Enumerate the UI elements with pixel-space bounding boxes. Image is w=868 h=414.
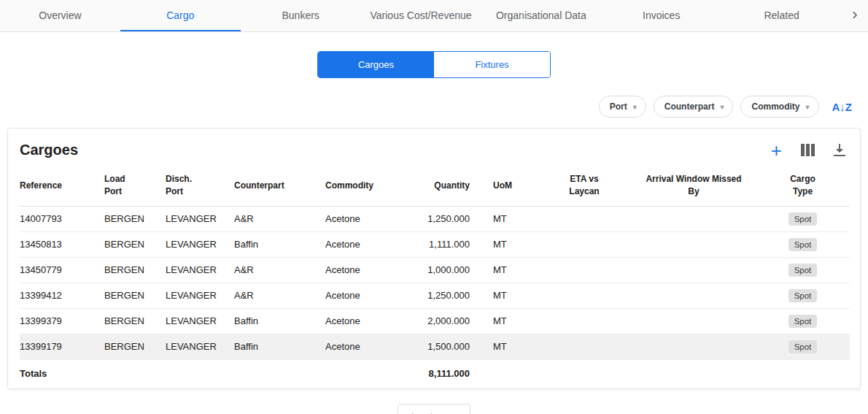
cargo-type-badge: Spot <box>788 238 818 251</box>
cell-uom: MT <box>493 257 544 283</box>
table-row[interactable]: 13399179 BERGEN LEVANGER Baffin Acetone … <box>20 334 850 359</box>
col-arrival-window-missed-by: Arrival Window MissedBy <box>632 166 763 206</box>
cell-load-port: BERGEN <box>104 257 166 283</box>
col-load-port: LoadPort <box>104 166 166 206</box>
cell-arrival-window-missed-by <box>632 334 763 359</box>
filter-chip-counterpart[interactable]: Counterpart ▾ <box>654 96 734 118</box>
cell-eta-vs-laycan <box>544 283 632 308</box>
add-cargo-icon[interactable]: + <box>771 143 782 158</box>
filter-chip-counterpart-label: Counterpart <box>664 101 715 112</box>
cell-commodity: Acetone <box>325 334 413 359</box>
col-commodity: Commodity <box>325 166 413 206</box>
cell-cargo-type: Spot <box>763 231 850 257</box>
toggle-cargoes-button[interactable]: Cargoes <box>318 52 434 77</box>
col-counterpart: Counterpart <box>234 166 325 206</box>
cell-arrival-window-missed-by <box>632 308 763 334</box>
cell-reference: 13399379 <box>20 308 104 334</box>
cell-uom: MT <box>493 206 544 231</box>
download-icon[interactable] <box>834 144 845 156</box>
col-disch-port: Disch.Port <box>166 166 234 206</box>
cell-counterpart: Baffin <box>234 334 325 359</box>
cell-cargo-type: Spot <box>763 283 850 308</box>
cargoes-card: Cargoes + <box>7 128 861 389</box>
cell-quantity: 2,000.000 <box>413 308 493 334</box>
totals-label: Totals <box>20 359 104 388</box>
chevron-down-icon: ▾ <box>633 103 637 111</box>
cell-load-port: BERGEN <box>104 308 166 334</box>
filter-chip-port[interactable]: Port ▾ <box>599 96 646 118</box>
cell-counterpart: Baffin <box>234 308 325 334</box>
tab-various-cost-revenue[interactable]: Various Cost/Revenue <box>361 0 481 31</box>
view-toggle-wrap: Cargoes Fixtures <box>0 51 868 78</box>
cell-load-port: BERGEN <box>104 334 166 359</box>
cell-disch-port: LEVANGER <box>166 334 234 359</box>
toggle-fixtures-button[interactable]: Fixtures <box>434 52 550 77</box>
cargo-type-badge: Spot <box>788 289 818 302</box>
view-columns-icon <box>801 144 815 156</box>
cell-arrival-window-missed-by <box>632 283 763 308</box>
cell-commodity: Acetone <box>325 283 413 308</box>
cell-counterpart: A&R <box>234 283 325 308</box>
table-row[interactable]: 13450813 BERGEN LEVANGER Baffin Acetone … <box>20 231 850 257</box>
cell-counterpart: A&R <box>234 257 325 283</box>
cell-disch-port: LEVANGER <box>166 206 234 231</box>
filter-chip-port-label: Port <box>610 101 627 112</box>
chevron-down-icon: ▾ <box>805 103 809 111</box>
tab-overview[interactable]: Overview <box>0 0 120 31</box>
cell-eta-vs-laycan <box>544 257 632 283</box>
table-row[interactable]: 13399412 BERGEN LEVANGER A&R Acetone 1,2… <box>20 283 850 308</box>
cell-uom: MT <box>493 308 544 334</box>
load-more-button[interactable]: Load more <box>398 404 470 414</box>
table-row[interactable]: 13450779 BERGEN LEVANGER A&R Acetone 1,0… <box>20 257 850 283</box>
cell-uom: MT <box>493 283 544 308</box>
cell-counterpart: A&R <box>234 206 325 231</box>
cell-reference: 13450779 <box>20 257 104 283</box>
cargoes-table: Reference LoadPort Disch.Port Counterpar… <box>20 166 850 388</box>
table-row[interactable]: 14007793 BERGEN LEVANGER A&R Acetone 1,2… <box>20 206 850 231</box>
cell-uom: MT <box>493 231 544 257</box>
cargo-type-badge: Spot <box>788 264 818 277</box>
column-settings-icon[interactable] <box>801 144 815 156</box>
cell-cargo-type: Spot <box>763 206 850 231</box>
card-header: Cargoes + <box>8 129 860 166</box>
col-uom: UoM <box>493 166 544 206</box>
cell-disch-port: LEVANGER <box>166 308 234 334</box>
load-more-wrap: Load more <box>0 404 868 414</box>
cargo-type-badge: Spot <box>788 340 818 353</box>
sort-alphabetical-icon[interactable]: A↓Z <box>832 101 853 113</box>
card-actions: + <box>771 143 845 158</box>
tab-organisational-data[interactable]: Organisational Data <box>481 0 601 31</box>
filter-chip-commodity[interactable]: Commodity ▾ <box>740 96 818 118</box>
cell-load-port: BERGEN <box>104 206 166 231</box>
table-header: Reference LoadPort Disch.Port Counterpar… <box>20 166 850 206</box>
cell-quantity: 1,250.000 <box>413 283 493 308</box>
cell-quantity: 1,000.000 <box>413 257 493 283</box>
cell-cargo-type: Spot <box>763 334 850 359</box>
cell-disch-port: LEVANGER <box>166 231 234 257</box>
cell-uom: MT <box>493 334 544 359</box>
cell-load-port: BERGEN <box>104 231 166 257</box>
cell-arrival-window-missed-by <box>632 231 763 257</box>
cell-quantity: 1,111.000 <box>413 231 493 257</box>
cell-disch-port: LEVANGER <box>166 283 234 308</box>
cargo-type-badge: Spot <box>788 315 818 328</box>
cell-commodity: Acetone <box>325 308 413 334</box>
cell-commodity: Acetone <box>325 206 413 231</box>
cell-eta-vs-laycan <box>544 231 632 257</box>
cell-reference: 14007793 <box>20 206 104 231</box>
tab-related[interactable]: Related <box>721 0 842 31</box>
cell-cargo-type: Spot <box>763 257 850 283</box>
cell-arrival-window-missed-by <box>632 257 763 283</box>
tab-bunkers[interactable]: Bunkers <box>241 0 361 31</box>
chevron-right-icon[interactable]: › <box>842 0 868 31</box>
tab-cargo[interactable]: Cargo <box>120 0 241 31</box>
cell-reference: 13399179 <box>20 334 104 359</box>
tab-invoices[interactable]: Invoices <box>601 0 721 31</box>
download-arrow-icon <box>834 144 845 156</box>
cell-quantity: 1,250.000 <box>413 206 493 231</box>
card-title: Cargoes <box>20 142 78 158</box>
filter-chip-commodity-label: Commodity <box>751 101 799 112</box>
col-quantity: Quantity <box>413 166 493 206</box>
cell-reference: 13450813 <box>20 231 104 257</box>
table-row[interactable]: 13399379 BERGEN LEVANGER Baffin Acetone … <box>20 308 850 334</box>
